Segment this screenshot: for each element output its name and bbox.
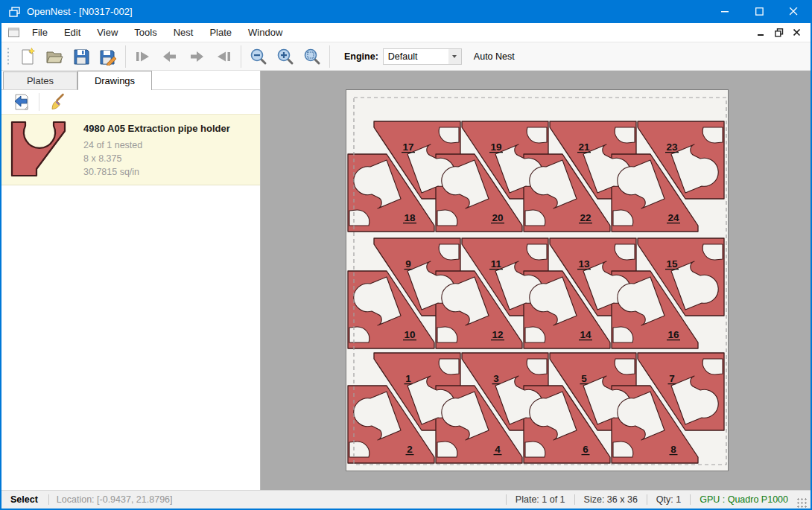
import-drawing-icon[interactable] — [10, 92, 33, 112]
toolbar-separator — [329, 45, 330, 68]
menu-bar: File Edit View Tools Nest Plate Window — [1, 23, 811, 42]
zoom-fit-icon[interactable] — [299, 45, 326, 68]
svg-text:7: 7 — [669, 373, 675, 384]
svg-text:5: 5 — [581, 373, 587, 384]
svg-text:22: 22 — [580, 212, 591, 223]
status-size: Size: 36 x 36 — [574, 494, 647, 505]
svg-text:15: 15 — [666, 258, 678, 270]
save-icon[interactable] — [68, 45, 95, 68]
svg-text:2: 2 — [407, 444, 413, 455]
svg-text:21: 21 — [578, 141, 590, 153]
main-toolbar: Engine: Default Auto Nest — [1, 42, 811, 71]
engine-label: Engine: — [344, 51, 378, 62]
nav-previous-icon[interactable] — [156, 45, 183, 68]
svg-text:18: 18 — [404, 212, 416, 223]
title-bar: OpenNest - [N0317-002] — [1, 0, 811, 23]
toolbar-separator — [39, 93, 39, 111]
auto-nest-button[interactable]: Auto Nest — [474, 51, 515, 62]
open-icon[interactable] — [41, 45, 68, 68]
plate-sheet[interactable]: 171819202122232491011121314151612345678 — [346, 89, 729, 471]
menu-window[interactable]: Window — [240, 25, 291, 40]
svg-text:1: 1 — [405, 373, 411, 384]
clean-broom-icon[interactable] — [45, 92, 68, 112]
drawing-dimensions: 8 x 8.375 — [83, 152, 256, 165]
menu-view[interactable]: View — [89, 25, 126, 40]
mdi-close-button[interactable] — [790, 26, 805, 39]
tab-plates[interactable]: Plates — [3, 71, 77, 89]
window-title: OpenNest - [N0317-002] — [27, 6, 708, 17]
nest-canvas[interactable]: 171819202122232491011121314151612345678 — [261, 71, 811, 490]
svg-text:10: 10 — [404, 329, 415, 340]
zoom-out-icon[interactable] — [245, 45, 272, 68]
menu-plate[interactable]: Plate — [201, 25, 240, 40]
nav-first-icon[interactable] — [130, 45, 156, 68]
menu-edit[interactable]: Edit — [56, 25, 89, 40]
toolbar-grip[interactable] — [7, 47, 10, 66]
svg-text:6: 6 — [583, 444, 589, 455]
app-icon — [9, 7, 21, 17]
zoom-in-icon[interactable] — [272, 45, 299, 68]
mdi-restore-button[interactable] — [772, 26, 787, 39]
toolbar-separator — [241, 45, 241, 68]
svg-text:12: 12 — [492, 329, 503, 340]
drawing-list-item[interactable]: 4980 A05 Extraction pipe holder 24 of 1 … — [1, 114, 260, 185]
status-location: Location: [-0.9437, 21.8796] — [48, 494, 180, 505]
menu-nest[interactable]: Nest — [165, 25, 202, 40]
menu-file[interactable]: File — [24, 25, 56, 40]
svg-text:20: 20 — [492, 212, 503, 223]
side-panel: Plates Drawings — [1, 71, 261, 490]
svg-text:23: 23 — [666, 141, 678, 153]
close-button[interactable] — [776, 0, 811, 23]
mdi-minimize-button[interactable] — [754, 26, 769, 39]
svg-text:17: 17 — [402, 141, 413, 153]
nav-last-icon[interactable] — [210, 45, 237, 68]
status-gpu: GPU : Quadro P1000 — [690, 494, 797, 505]
svg-text:14: 14 — [580, 329, 591, 340]
maximize-button[interactable] — [742, 0, 776, 23]
svg-text:11: 11 — [491, 258, 502, 270]
engine-value: Default — [384, 51, 448, 62]
drawing-area: 30.7815 sq/in — [83, 165, 256, 179]
mdi-child-icon[interactable] — [8, 28, 19, 37]
status-plate: Plate: 1 of 1 — [506, 494, 574, 505]
status-qty: Qty: 1 — [647, 494, 690, 505]
part-thumbnail — [6, 120, 77, 179]
status-mode: Select — [1, 494, 48, 505]
application-window: OpenNest - [N0317-002] File Edit View To… — [0, 0, 812, 510]
panel-tabs: Plates Drawings — [1, 71, 260, 90]
svg-text:16: 16 — [667, 329, 679, 340]
drawing-nested-count: 24 of 1 nested — [83, 138, 256, 152]
svg-text:24: 24 — [667, 212, 679, 223]
tab-drawings[interactable]: Drawings — [77, 71, 152, 90]
svg-text:4: 4 — [495, 444, 501, 455]
svg-text:13: 13 — [578, 258, 590, 270]
svg-text:8: 8 — [670, 444, 676, 455]
drawing-title: 4980 A05 Extraction pipe holder — [83, 123, 256, 134]
svg-text:3: 3 — [493, 373, 499, 384]
toolbar-separator — [125, 45, 126, 68]
new-icon[interactable] — [14, 45, 41, 68]
chevron-down-icon[interactable] — [448, 49, 461, 64]
engine-select[interactable]: Default — [383, 48, 462, 65]
menu-tools[interactable]: Tools — [126, 25, 165, 40]
nav-next-icon[interactable] — [183, 45, 210, 68]
resize-grip[interactable] — [797, 498, 808, 509]
nested-parts — [348, 121, 724, 463]
svg-text:9: 9 — [405, 258, 411, 270]
minimize-button[interactable] — [708, 0, 742, 23]
drawings-toolbar — [1, 90, 260, 113]
svg-text:19: 19 — [490, 141, 501, 153]
save-as-icon[interactable] — [95, 45, 121, 68]
status-bar: Select Location: [-0.9437, 21.8796] Plat… — [1, 490, 811, 509]
